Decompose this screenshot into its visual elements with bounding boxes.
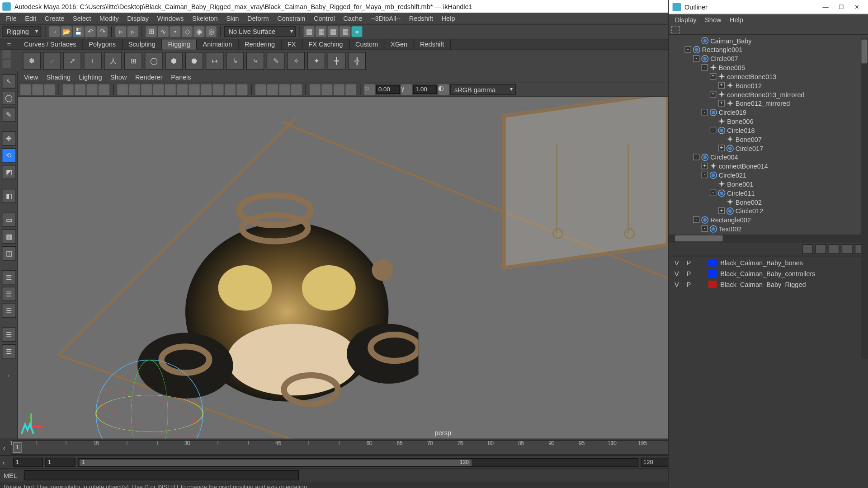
tree-node-Rectangle001[interactable]: -Rectangle001 [669,45,868,54]
snap-point-icon[interactable]: • [170,26,181,37]
outliner-filter-icon[interactable] [671,26,680,33]
snap-plane-icon[interactable]: ◇ [182,26,193,37]
tree-node-connectBone013[interactable]: +connectBone013 [669,72,868,81]
panel-menu-view[interactable]: View [20,72,42,81]
command-input[interactable] [24,470,299,480]
outliner-menu-help[interactable]: Help [726,15,747,24]
new-scene-icon[interactable]: ▫ [49,26,60,37]
view-transform-dropdown[interactable]: sRGB gamma [450,84,516,95]
redo-icon[interactable]: ↷ [97,26,108,37]
anim-start-field[interactable] [13,458,43,467]
vt-icon[interactable] [255,84,266,95]
layer-playback[interactable]: P [684,259,693,267]
layer-color-swatch[interactable] [708,259,717,267]
layer-row[interactable]: VPBlack_Caiman_Baby_controllers [669,268,868,279]
vt-icon[interactable] [213,84,224,95]
layout-uv-icon[interactable]: ☰ [1,344,16,359]
expand-icon[interactable]: + [710,91,717,98]
layer-vis[interactable]: V [673,281,681,288]
vt-icon[interactable] [63,84,74,95]
render-icon[interactable]: ▦ [304,26,315,37]
tree-node-Circle007[interactable]: -Circle007 [669,54,868,63]
panel-menu-panels[interactable]: Panels [167,72,194,81]
menu-skeleton[interactable]: Skeleton [189,14,221,23]
collapse-icon[interactable]: - [693,216,700,223]
layer-btn[interactable] [829,244,840,254]
layout-four-icon[interactable]: ▦ [1,230,16,244]
current-time-marker[interactable]: 1 [13,442,22,453]
outliner-hscroll[interactable] [669,234,868,243]
vt-icon[interactable] [165,84,176,95]
lasso-tool[interactable]: ◯ [1,91,16,105]
save-scene-icon[interactable]: 💾 [73,26,84,37]
playback-end-field[interactable] [641,458,671,467]
menu-file[interactable]: File [2,14,20,23]
menu-display[interactable]: Display [123,14,152,23]
vt-icon[interactable] [99,84,109,95]
outliner-menu-display[interactable]: Display [671,15,700,24]
collapse-icon[interactable]: - [710,189,717,196]
tree-node-Text002[interactable]: -Text002 [669,224,868,233]
vt-icon[interactable] [129,84,140,95]
collapse-icon[interactable]: - [693,55,700,62]
menu-windows[interactable]: Windows [154,14,188,23]
layer-vis[interactable]: V [673,259,681,267]
menu-cache[interactable]: Cache [340,14,366,23]
maximize-icon[interactable]: ☐ [833,4,849,10]
gamma-field[interactable] [413,85,437,94]
menu-help[interactable]: Help [438,14,459,23]
gamma-icon[interactable]: γ [401,84,412,95]
shelf-menu-icon[interactable]: ≡ [0,39,18,49]
layer-color-swatch[interactable] [708,281,717,288]
menu-constrain[interactable]: Constrain [274,14,309,23]
snap-curve-icon[interactable]: ∿ [158,26,169,37]
shelf-icon-6[interactable]: ◯ [145,52,163,70]
range-collapse-icon[interactable]: ‹ [2,459,11,466]
layout-graph-icon[interactable]: ☰ [1,304,16,318]
shelf-icon-0[interactable]: ✽ [23,52,41,70]
sel-mask-icon[interactable]: ▹ [116,26,127,37]
rotate-manipulator[interactable] [96,360,203,439]
menu-create[interactable]: Create [41,14,68,23]
expand-icon[interactable]: + [718,100,725,107]
time-collapse-icon[interactable]: ‹ [0,444,9,451]
expand-icon[interactable]: + [718,145,725,151]
vt-icon[interactable] [321,84,332,95]
shelf-tab-rendering[interactable]: Rendering [239,39,282,49]
vt-icon[interactable] [153,84,164,95]
vt-icon[interactable] [279,84,290,95]
tree-node-Circle012[interactable]: +Circle012 [669,206,868,215]
panel-menu-shading[interactable]: Shading [43,72,74,81]
layer-color-swatch[interactable] [708,270,717,277]
layout-outliner-icon[interactable]: ☰ [1,270,16,285]
open-scene-icon[interactable]: 📂 [61,26,72,37]
expand-icon[interactable]: + [718,82,725,89]
tree-node-Caiman_Baby[interactable]: Caiman_Baby [669,36,868,45]
shelf-tab-fx[interactable]: FX [282,39,302,49]
collapse-icon[interactable]: - [701,64,708,70]
shelf-tab-fx-caching[interactable]: FX Caching [302,39,349,49]
collapse-icon[interactable]: - [710,127,717,133]
layer-btn[interactable] [816,244,826,254]
color-mgmt-icon[interactable]: ◐ [438,84,449,95]
snap-live-icon[interactable]: ◉ [194,26,205,37]
tree-node-Circle004[interactable]: -Circle004 [669,152,868,161]
tree-node-connectBone014[interactable]: +connectBone014 [669,161,868,170]
shelf-tab-animation[interactable]: Animation [197,39,238,49]
menu-skin[interactable]: Skin [222,14,242,23]
outliner-vscroll[interactable] [861,38,868,359]
minimize-icon[interactable]: — [818,4,833,10]
select-tool[interactable]: ↖ [1,74,16,89]
expand-icon[interactable]: + [718,207,725,214]
last-tool[interactable]: ◧ [1,189,16,203]
tree-node-Bone005[interactable]: -Bone005 [669,63,868,72]
tree-node-Bone007[interactable]: Bone007 [669,135,868,144]
tree-node-Bone006[interactable]: Bone006 [669,117,868,126]
vt-icon[interactable] [44,84,55,95]
menu-deform[interactable]: Deform [244,14,273,23]
shelf-icon-12[interactable]: ✎ [267,52,285,70]
range-slider[interactable]: 1120 [78,458,638,467]
shelf-icon-10[interactable]: ↳ [226,52,244,70]
layer-btn[interactable] [842,244,853,254]
collapse-icon[interactable]: - [693,154,700,160]
